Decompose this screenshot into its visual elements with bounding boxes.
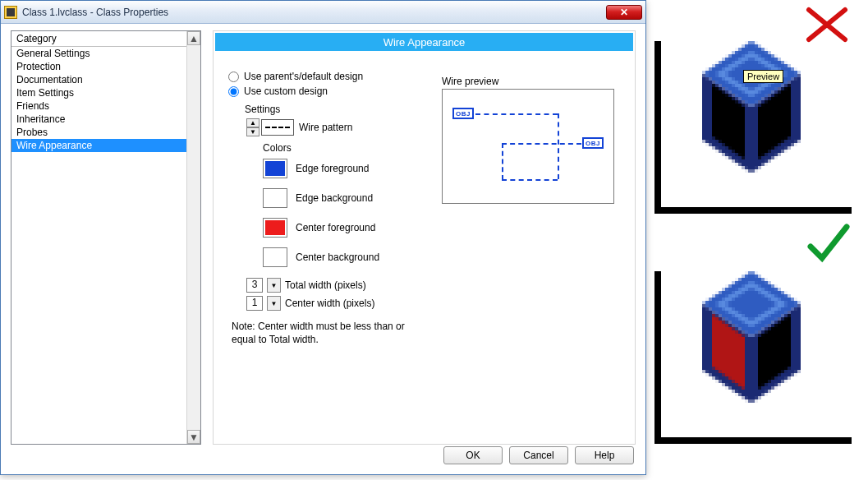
cube-bad-frame: Preview	[654, 8, 852, 214]
close-icon: ✕	[620, 7, 628, 18]
ok-button[interactable]: OK	[443, 446, 503, 464]
radio-use-custom-label: Use custom design	[244, 85, 328, 97]
color-swatch-row: Center foreground	[263, 218, 375, 238]
x-mark-icon	[804, 5, 850, 44]
color-swatch-label: Edge foreground	[296, 163, 369, 174]
cancel-button[interactable]: Cancel	[509, 446, 568, 464]
cube-good-frame	[654, 238, 852, 444]
wire-pattern-preview[interactable]	[261, 119, 294, 136]
scroll-up-button[interactable]: ▲	[187, 31, 200, 45]
color-swatch[interactable]	[263, 247, 287, 267]
category-item[interactable]: Documentation	[11, 73, 200, 86]
cube-bad-image	[679, 25, 827, 189]
color-swatch[interactable]	[263, 188, 287, 208]
category-item[interactable]: Item Settings	[11, 86, 200, 99]
category-item[interactable]: Probes	[11, 126, 200, 139]
center-width-value[interactable]: 1	[246, 296, 263, 311]
total-width-value[interactable]: 3	[246, 278, 263, 293]
wire-pattern-stepper[interactable]: ▲ ▼	[246, 118, 259, 136]
note-text: Note: Center width must be less than or …	[232, 321, 412, 346]
dialog-body: Category General SettingsProtectionDocum…	[1, 24, 645, 474]
color-swatch-row: Edge background	[263, 188, 373, 208]
category-listbox[interactable]: Category General SettingsProtectionDocum…	[11, 30, 201, 445]
close-button[interactable]: ✕	[606, 5, 642, 20]
center-width-label: Center width (pixels)	[285, 298, 374, 309]
category-item[interactable]: General Settings	[11, 47, 200, 60]
window-title: Class 1.lvclass - Class Properties	[22, 7, 168, 18]
color-swatch-label: Center background	[296, 252, 379, 263]
radio-use-parent-input[interactable]	[228, 72, 239, 82]
radio-use-custom[interactable]: Use custom design	[228, 85, 328, 97]
app-icon	[4, 6, 17, 19]
obj-tag-left: OBJ	[452, 108, 474, 119]
panel-title: Wire Appearance	[215, 33, 633, 51]
stepper-down-icon[interactable]: ▼	[246, 127, 259, 136]
color-swatch[interactable]	[263, 218, 287, 238]
obj-tag-right: OBJ	[582, 137, 604, 149]
category-header: Category	[11, 31, 200, 47]
titlebar: Class 1.lvclass - Class Properties ✕	[1, 1, 645, 24]
radio-use-custom-input[interactable]	[228, 86, 239, 97]
preview-tooltip: Preview	[743, 70, 783, 83]
color-swatch[interactable]	[263, 159, 287, 178]
settings-label: Settings	[245, 104, 280, 115]
total-width-stepper[interactable]: ▼	[267, 278, 281, 293]
color-swatch-label: Center foreground	[296, 222, 375, 233]
cube-good-image	[679, 255, 827, 419]
radio-use-parent[interactable]: Use parent's/default design	[228, 71, 363, 82]
check-mark-icon	[806, 222, 852, 265]
scrollbar-track[interactable]: ▲ ▼	[186, 31, 200, 444]
wire-preview-label: Wire preview	[442, 76, 498, 87]
settings-panel: Wire Appearance Use parent's/default des…	[213, 30, 636, 445]
color-swatch-row: Center background	[263, 247, 379, 267]
color-swatch-label: Edge background	[296, 192, 373, 204]
category-item[interactable]: Wire Appearance	[11, 139, 200, 152]
color-swatch-row: Edge foreground	[263, 159, 369, 178]
center-width-row: 1 ▼ Center width (pixels)	[246, 296, 374, 311]
category-item[interactable]: Protection	[11, 60, 200, 73]
stepper-up-icon[interactable]: ▲	[246, 118, 259, 127]
category-item[interactable]: Friends	[11, 99, 200, 113]
wire-pattern-label: Wire pattern	[299, 122, 352, 133]
help-button[interactable]: Help	[575, 446, 634, 464]
total-width-label: Total width (pixels)	[285, 279, 366, 291]
colors-label: Colors	[263, 142, 292, 154]
center-width-stepper[interactable]: ▼	[267, 296, 281, 311]
cube-comparison-area: Preview	[654, 8, 860, 472]
scroll-down-button[interactable]: ▼	[187, 430, 200, 444]
total-width-row: 3 ▼ Total width (pixels)	[246, 278, 366, 293]
category-item[interactable]: Inheritance	[11, 113, 200, 126]
wire-preview-box: OBJ OBJ	[442, 89, 614, 204]
dialog-window: Class 1.lvclass - Class Properties ✕ Cat…	[0, 0, 646, 475]
radio-use-parent-label: Use parent's/default design	[244, 71, 363, 82]
dialog-button-row: OK Cancel Help	[443, 446, 634, 464]
